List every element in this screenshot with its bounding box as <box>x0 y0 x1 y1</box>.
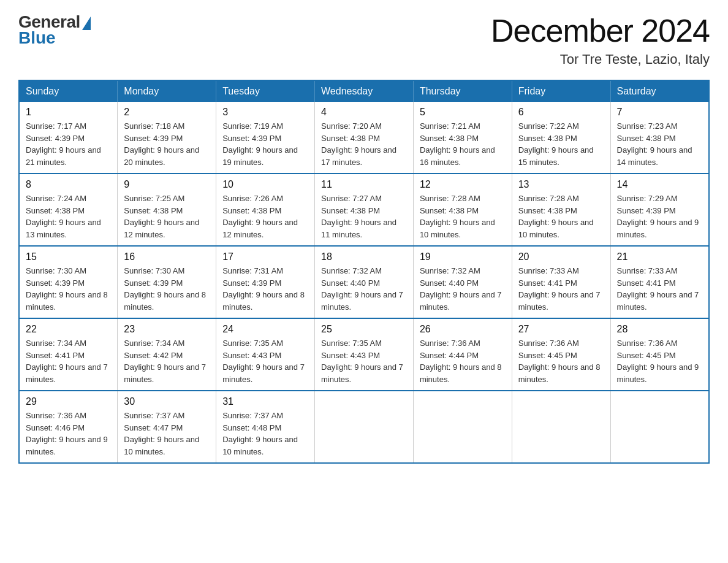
table-row: 13 Sunrise: 7:28 AM Sunset: 4:38 PM Dayl… <box>512 174 610 246</box>
sunset-label: Sunset: 4:40 PM <box>420 278 479 288</box>
sunrise-label: Sunrise: 7:25 AM <box>124 194 184 203</box>
day-number: 17 <box>222 251 308 262</box>
table-row: 2 Sunrise: 7:18 AM Sunset: 4:39 PM Dayli… <box>118 102 216 174</box>
table-row: 29 Sunrise: 7:36 AM Sunset: 4:46 PM Dayl… <box>19 391 118 463</box>
day-info: Sunrise: 7:18 AM Sunset: 4:39 PM Dayligh… <box>124 120 210 168</box>
table-row: 8 Sunrise: 7:24 AM Sunset: 4:38 PM Dayli… <box>19 174 118 246</box>
day-info: Sunrise: 7:22 AM Sunset: 4:38 PM Dayligh… <box>518 120 604 168</box>
table-row <box>413 391 512 463</box>
daylight-label: Daylight: 9 hours and 14 minutes. <box>617 145 692 167</box>
sunrise-label: Sunrise: 7:29 AM <box>617 194 678 203</box>
title-block: December 2024 Tor Tre Teste, Lazio, Ital… <box>491 12 710 67</box>
sunset-label: Sunset: 4:40 PM <box>321 278 380 288</box>
day-info: Sunrise: 7:32 AM Sunset: 4:40 PM Dayligh… <box>321 265 407 313</box>
daylight-label: Daylight: 9 hours and 10 minutes. <box>518 218 594 239</box>
table-row: 26 Sunrise: 7:36 AM Sunset: 4:44 PM Dayl… <box>413 318 512 391</box>
table-row: 28 Sunrise: 7:36 AM Sunset: 4:45 PM Dayl… <box>610 318 709 391</box>
daylight-label: Daylight: 9 hours and 12 minutes. <box>222 218 298 239</box>
day-info: Sunrise: 7:36 AM Sunset: 4:44 PM Dayligh… <box>420 337 506 385</box>
daylight-label: Daylight: 9 hours and 10 minutes. <box>222 435 298 456</box>
day-info: Sunrise: 7:33 AM Sunset: 4:41 PM Dayligh… <box>617 265 702 313</box>
daylight-label: Daylight: 9 hours and 17 minutes. <box>321 145 396 167</box>
sunrise-label: Sunrise: 7:33 AM <box>518 266 579 275</box>
sunrise-label: Sunrise: 7:33 AM <box>617 266 678 275</box>
day-number: 2 <box>124 107 210 118</box>
logo-triangle-icon <box>82 17 91 30</box>
sunrise-label: Sunrise: 7:34 AM <box>26 339 86 348</box>
daylight-label: Daylight: 9 hours and 9 minutes. <box>26 435 108 456</box>
table-row: 22 Sunrise: 7:34 AM Sunset: 4:41 PM Dayl… <box>19 318 118 391</box>
sunset-label: Sunset: 4:38 PM <box>222 206 281 215</box>
daylight-label: Daylight: 9 hours and 9 minutes. <box>617 362 699 384</box>
day-info: Sunrise: 7:37 AM Sunset: 4:47 PM Dayligh… <box>124 410 210 458</box>
table-row: 11 Sunrise: 7:27 AM Sunset: 4:38 PM Dayl… <box>315 174 414 246</box>
table-row: 24 Sunrise: 7:35 AM Sunset: 4:43 PM Dayl… <box>216 318 315 391</box>
table-row: 5 Sunrise: 7:21 AM Sunset: 4:38 PM Dayli… <box>413 102 512 174</box>
calendar-week-5: 29 Sunrise: 7:36 AM Sunset: 4:46 PM Dayl… <box>19 391 709 463</box>
day-number: 6 <box>518 107 604 118</box>
calendar-week-2: 8 Sunrise: 7:24 AM Sunset: 4:38 PM Dayli… <box>19 174 709 246</box>
sunrise-label: Sunrise: 7:36 AM <box>420 339 480 348</box>
sunrise-label: Sunrise: 7:35 AM <box>222 339 283 348</box>
daylight-label: Daylight: 9 hours and 21 minutes. <box>26 145 101 167</box>
sunset-label: Sunset: 4:39 PM <box>222 134 281 143</box>
day-number: 31 <box>222 396 308 407</box>
sunrise-label: Sunrise: 7:35 AM <box>321 339 382 348</box>
table-row: 23 Sunrise: 7:34 AM Sunset: 4:42 PM Dayl… <box>118 318 216 391</box>
sunset-label: Sunset: 4:38 PM <box>617 134 676 143</box>
sunrise-label: Sunrise: 7:17 AM <box>26 121 86 131</box>
sunset-label: Sunset: 4:39 PM <box>26 278 85 288</box>
sunset-label: Sunset: 4:47 PM <box>124 423 183 432</box>
sunset-label: Sunset: 4:38 PM <box>321 206 380 215</box>
day-number: 9 <box>124 179 210 190</box>
sunset-label: Sunset: 4:39 PM <box>617 206 676 215</box>
day-number: 5 <box>420 107 506 118</box>
table-row: 7 Sunrise: 7:23 AM Sunset: 4:38 PM Dayli… <box>610 102 709 174</box>
day-info: Sunrise: 7:24 AM Sunset: 4:38 PM Dayligh… <box>26 193 111 240</box>
daylight-label: Daylight: 9 hours and 7 minutes. <box>222 362 305 384</box>
sunrise-label: Sunrise: 7:37 AM <box>124 411 184 420</box>
sunrise-label: Sunrise: 7:36 AM <box>518 339 579 348</box>
day-number: 11 <box>321 179 407 190</box>
daylight-label: Daylight: 9 hours and 12 minutes. <box>124 218 199 239</box>
day-number: 21 <box>617 251 702 262</box>
day-info: Sunrise: 7:32 AM Sunset: 4:40 PM Dayligh… <box>420 265 506 313</box>
sunrise-label: Sunrise: 7:23 AM <box>617 121 678 131</box>
day-info: Sunrise: 7:36 AM Sunset: 4:46 PM Dayligh… <box>26 410 111 458</box>
daylight-label: Daylight: 9 hours and 11 minutes. <box>321 218 396 239</box>
table-row: 1 Sunrise: 7:17 AM Sunset: 4:39 PM Dayli… <box>19 102 118 174</box>
sunset-label: Sunset: 4:45 PM <box>518 351 577 360</box>
day-number: 20 <box>518 251 604 262</box>
calendar-week-1: 1 Sunrise: 7:17 AM Sunset: 4:39 PM Dayli… <box>19 102 709 174</box>
day-number: 18 <box>321 251 407 262</box>
sunset-label: Sunset: 4:38 PM <box>321 134 380 143</box>
daylight-label: Daylight: 9 hours and 7 minutes. <box>124 362 206 384</box>
day-info: Sunrise: 7:21 AM Sunset: 4:38 PM Dayligh… <box>420 120 506 168</box>
sunset-label: Sunset: 4:38 PM <box>26 206 85 215</box>
day-number: 24 <box>222 324 308 335</box>
sunrise-label: Sunrise: 7:32 AM <box>321 266 382 275</box>
header-thursday: Thursday <box>413 80 512 102</box>
header-wednesday: Wednesday <box>315 80 414 102</box>
table-row: 30 Sunrise: 7:37 AM Sunset: 4:47 PM Dayl… <box>118 391 216 463</box>
day-number: 22 <box>26 324 111 335</box>
day-info: Sunrise: 7:30 AM Sunset: 4:39 PM Dayligh… <box>124 265 210 313</box>
day-number: 19 <box>420 251 506 262</box>
daylight-label: Daylight: 9 hours and 10 minutes. <box>420 218 495 239</box>
day-info: Sunrise: 7:31 AM Sunset: 4:39 PM Dayligh… <box>222 265 308 313</box>
day-number: 26 <box>420 324 506 335</box>
calendar-header-row: Sunday Monday Tuesday Wednesday Thursday… <box>19 80 709 102</box>
day-number: 1 <box>26 107 111 118</box>
sunset-label: Sunset: 4:39 PM <box>124 278 183 288</box>
table-row: 18 Sunrise: 7:32 AM Sunset: 4:40 PM Dayl… <box>315 246 414 318</box>
sunset-label: Sunset: 4:48 PM <box>222 423 281 432</box>
sunrise-label: Sunrise: 7:21 AM <box>420 121 480 131</box>
sunset-label: Sunset: 4:39 PM <box>222 278 281 288</box>
sunset-label: Sunset: 4:45 PM <box>617 351 676 360</box>
daylight-label: Daylight: 9 hours and 16 minutes. <box>420 145 495 167</box>
daylight-label: Daylight: 9 hours and 10 minutes. <box>124 435 199 456</box>
sunset-label: Sunset: 4:39 PM <box>26 134 85 143</box>
day-info: Sunrise: 7:19 AM Sunset: 4:39 PM Dayligh… <box>222 120 308 168</box>
day-info: Sunrise: 7:26 AM Sunset: 4:38 PM Dayligh… <box>222 193 308 240</box>
table-row <box>610 391 709 463</box>
